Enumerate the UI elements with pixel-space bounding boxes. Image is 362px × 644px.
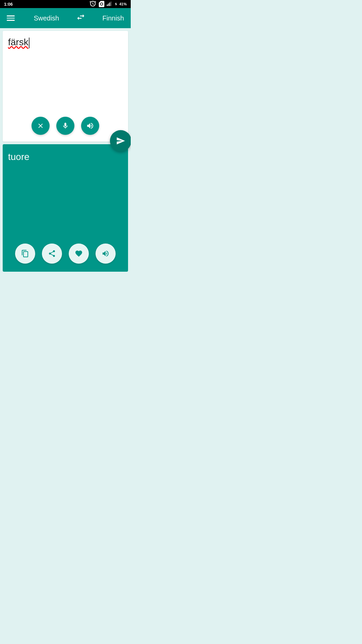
listen-translation-button[interactable]	[96, 244, 116, 264]
send-icon	[116, 136, 125, 146]
microphone-button[interactable]	[56, 117, 74, 135]
status-icons: 41%	[89, 0, 127, 8]
input-text-display[interactable]: färsk	[8, 36, 123, 48]
share-icon	[48, 250, 56, 258]
signal-icon	[107, 1, 113, 7]
mic-icon	[62, 122, 69, 129]
input-controls-bar	[3, 117, 128, 135]
translate-button[interactable]	[110, 130, 131, 152]
translation-section: tuore	[3, 144, 128, 272]
source-language[interactable]: Swedish	[34, 14, 59, 22]
battery-level: 41%	[119, 2, 127, 6]
app-header: Swedish Finnish	[0, 8, 131, 28]
favorite-button[interactable]	[69, 244, 89, 264]
translation-controls-bar	[3, 244, 128, 264]
alarm-icon	[89, 0, 97, 8]
charging-icon	[114, 1, 118, 7]
svg-marker-4	[115, 2, 117, 6]
copy-icon	[21, 250, 29, 258]
volume-up-icon	[102, 250, 110, 258]
status-bar: 1:06 41%	[0, 0, 131, 8]
copy-button[interactable]	[15, 244, 35, 264]
listen-input-button[interactable]	[81, 117, 99, 135]
close-icon	[37, 122, 44, 129]
heart-icon	[75, 250, 83, 258]
share-button[interactable]	[42, 244, 62, 264]
volume-icon	[86, 122, 94, 130]
swap-languages-button[interactable]	[76, 12, 85, 24]
sim-icon	[98, 0, 105, 8]
svg-rect-3	[111, 2, 111, 6]
svg-rect-1	[108, 4, 109, 6]
menu-button[interactable]	[7, 15, 17, 21]
text-cursor	[29, 38, 29, 48]
status-time: 1:06	[4, 2, 13, 7]
svg-rect-2	[109, 3, 110, 6]
target-language[interactable]: Finnish	[102, 14, 124, 22]
svg-rect-0	[107, 5, 108, 6]
clear-button[interactable]	[32, 117, 50, 135]
translation-text-display: tuore	[8, 151, 123, 163]
input-section: färsk	[3, 31, 128, 142]
